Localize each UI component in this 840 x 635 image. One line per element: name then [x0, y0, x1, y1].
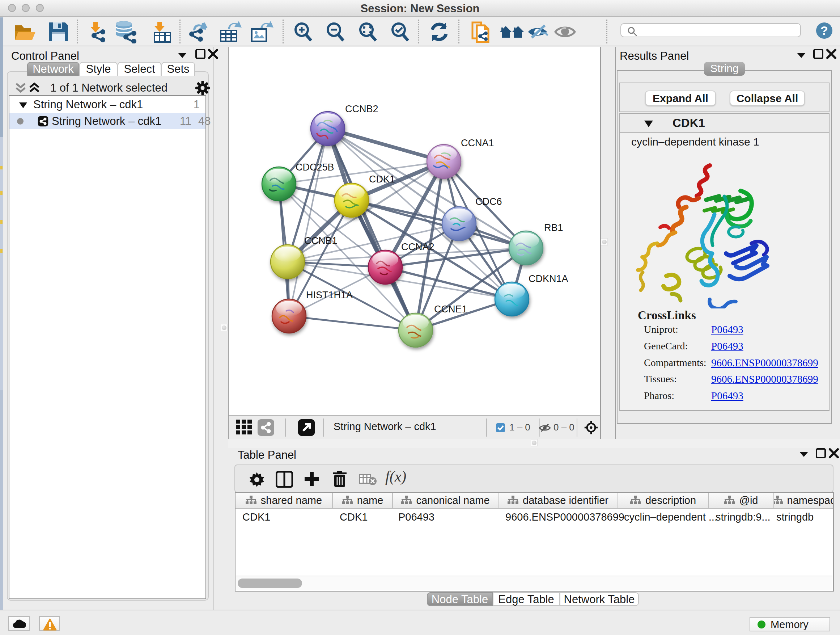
svg-text:CCNA1: CCNA1: [461, 138, 494, 149]
svg-text:HIST1H1A: HIST1H1A: [306, 290, 353, 301]
svg-text:CCNB1: CCNB1: [304, 235, 338, 246]
svg-text:CDC25B: CDC25B: [295, 162, 334, 173]
svg-text:CCNB2: CCNB2: [345, 103, 378, 114]
svg-text:CCNA2: CCNA2: [401, 241, 434, 252]
svg-text:CDC6: CDC6: [475, 196, 502, 207]
svg-text:CCNE1: CCNE1: [434, 304, 467, 315]
svg-text:RB1: RB1: [544, 222, 563, 233]
svg-text:CDK1: CDK1: [369, 174, 395, 185]
svg-text:CDKN1A: CDKN1A: [529, 273, 568, 284]
